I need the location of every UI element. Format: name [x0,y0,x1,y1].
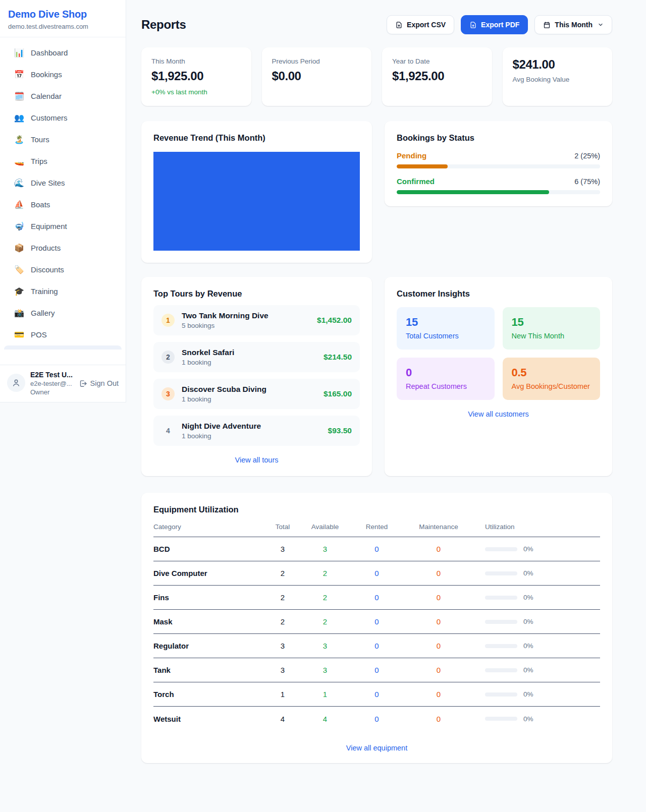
utilization-percent: 0% [523,666,533,674]
sign-out-button[interactable]: Sign Out [79,379,119,388]
chevron-down-icon [598,22,604,28]
progress-fill [397,164,448,168]
tour-amount: $165.00 [324,389,352,398]
tile-value: 15 [406,316,486,329]
file-download-icon [395,21,403,29]
sidebar-item-discounts[interactable]: 🏷️Discounts [0,259,126,280]
export-pdf-button[interactable]: Export PDF [461,15,528,34]
utilization-bar [485,547,517,551]
tour-name: Night Dive Adventure [182,422,261,430]
tile-repeat-customers: 0 Repeat Customers [397,358,495,400]
customer-insights-title: Customer Insights [397,289,600,299]
header-actions: Export CSV Export PDF This Month [387,15,612,34]
utilization-percent: 0% [523,545,533,553]
sidebar-item-reports-highlight[interactable] [4,345,122,350]
stat-value: $0.00 [272,69,362,83]
top-tours-card: Top Tours by Revenue 1 Two Tank Morning … [141,277,372,476]
revenue-trend-chart [153,152,360,251]
tour-amount: $93.50 [328,426,352,435]
sidebar-item-dive-sites[interactable]: 🌊Dive Sites [0,172,126,194]
table-row: Wetsuit 4 4 0 0 0% [153,707,600,731]
col-header-total: Total [265,523,300,531]
sidebar-item-equipment[interactable]: 🤿Equipment [0,215,126,237]
sidebar-item-label: Products [31,244,61,252]
cell-available: 3 [300,642,350,650]
sidebar-item-label: Dashboard [31,48,68,57]
rank-badge: 4 [162,424,175,437]
tour-bookings: 5 bookings [182,322,310,329]
utilization-percent: 0% [523,594,533,601]
cell-total: 2 [265,569,300,577]
sidebar-item-calendar[interactable]: 🗓️Calendar [0,85,126,107]
utilization-bar [485,620,517,624]
period-selector[interactable]: This Month [534,15,612,34]
sidebar: Demo Dive Shop demo.test.divestreams.com… [0,0,126,402]
sidebar-item-customers[interactable]: 👥Customers [0,107,126,129]
status-label: Pending [397,151,426,160]
table-row: Dive Computer 2 2 0 0 0% [153,561,600,586]
sidebar-item-label: Equipment [31,222,67,230]
cell-category: Mask [153,617,265,626]
sidebar-item-label: Customers [31,113,68,122]
utilization-percent: 0% [523,618,533,625]
sidebar-item-dashboard[interactable]: 📊Dashboard [0,42,126,64]
col-header-utilization: Utilization [474,523,600,531]
tour-bookings: 1 booking [182,395,316,403]
tile-value: 0.5 [512,366,591,379]
utilization-bar [485,692,517,697]
cell-available: 3 [300,666,350,674]
tile-label: Avg Bookings/Customer [512,382,591,390]
table-header: Category Total Available Rented Maintena… [153,523,600,537]
brand-name: Demo Dive Shop [8,9,118,20]
sidebar-item-trips[interactable]: 🚤Trips [0,150,126,172]
stat-card-this-month: This Month $1,925.00 +0% vs last month [141,47,251,106]
view-all-equipment-link[interactable]: View all equipment [153,744,600,752]
export-csv-button[interactable]: Export CSV [387,15,454,34]
utilization-bar [485,596,517,600]
export-csv-label: Export CSV [407,21,446,29]
tour-row[interactable]: 2 Snorkel Safari1 booking $214.50 [153,342,360,372]
table-row: Regulator 3 3 0 0 0% [153,634,600,658]
package-icon: 📦 [14,243,24,253]
export-pdf-label: Export PDF [481,21,519,29]
equipment-table: Category Total Available Rented Maintena… [153,523,600,731]
view-all-tours-link[interactable]: View all tours [153,456,360,464]
sidebar-item-tours[interactable]: 🏝️Tours [0,129,126,150]
sidebar-item-label: Discounts [31,265,64,274]
sidebar-item-gallery[interactable]: 📸Gallery [0,302,126,324]
cell-maintenance: 0 [403,593,474,602]
user-email: e2e-tester@... [30,380,73,387]
sign-out-label: Sign Out [90,379,119,387]
revenue-trend-title: Revenue Trend (This Month) [153,133,360,143]
stat-value: $241.00 [513,57,603,72]
cell-available: 2 [300,593,350,602]
sidebar-item-products[interactable]: 📦Products [0,237,126,259]
view-all-customers-link[interactable]: View all customers [397,410,600,418]
stat-delta: +0% vs last month [151,88,241,96]
tile-label: New This Month [512,332,591,340]
cell-total: 3 [265,642,300,650]
graduation-cap-icon: 🎓 [14,286,24,296]
sidebar-item-boats[interactable]: ⛵Boats [0,194,126,215]
cell-available: 1 [300,690,350,699]
tour-row[interactable]: 1 Two Tank Morning Dive5 bookings $1,452… [153,305,360,335]
speedboat-icon: 🚤 [14,156,24,166]
utilization-percent: 0% [523,569,533,577]
cell-utilization: 0% [474,715,600,723]
cell-maintenance: 0 [403,642,474,650]
stat-value: $1,925.00 [392,69,482,83]
stat-card-year-to-date: Year to Date $1,925.00 [382,47,492,106]
file-download-icon [469,21,477,29]
utilization-percent: 0% [523,642,533,650]
user-name: E2E Test U... [30,371,73,379]
tile-label: Total Customers [406,332,486,340]
insights-row: Top Tours by Revenue 1 Two Tank Morning … [141,277,612,476]
tour-name: Discover Scuba Diving [182,385,266,393]
tour-row[interactable]: 4 Night Dive Adventure1 booking $93.50 [153,416,360,446]
sidebar-item-bookings[interactable]: 📅Bookings [0,64,126,85]
tour-row[interactable]: 3 Discover Scuba Diving1 booking $165.00 [153,379,360,409]
sidebar-item-training[interactable]: 🎓Training [0,280,126,302]
stat-label: Previous Period [272,57,362,65]
sidebar-item-pos[interactable]: 💳POS [0,324,126,345]
user-panel: E2E Test U... e2e-tester@... Owner Sign … [0,365,126,402]
